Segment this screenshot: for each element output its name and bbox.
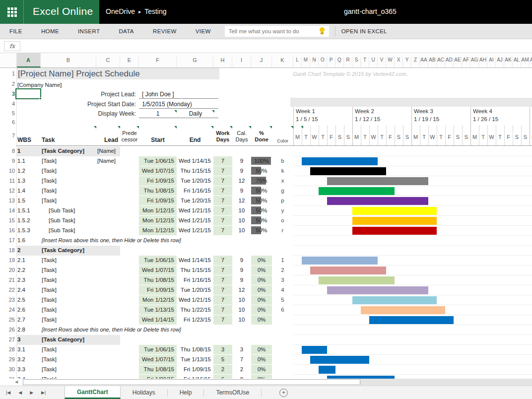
cell-end[interactable]: Fri 1/09/15 — [177, 365, 213, 375]
row-header-23[interactable]: 23 — [0, 297, 15, 304]
cell-task[interactable]: [Task] — [42, 315, 57, 325]
column-header-AK[interactable]: AK — [504, 57, 513, 67]
column-header-AE[interactable]: AE — [454, 57, 462, 67]
row-header-21[interactable]: 21 — [0, 277, 15, 284]
cell-wbs[interactable]: 2.4 — [17, 285, 25, 295]
cell-workdays[interactable]: 7 — [213, 305, 232, 315]
spreadsheet-canvas[interactable]: ABCEFGHIJKLMNOPQRSTUVWXYZAAABACADAEAFAGA… — [0, 53, 532, 379]
cell-task[interactable]: [Task] — [42, 275, 57, 285]
column-header-R[interactable]: R — [344, 57, 352, 67]
cell-start[interactable]: Mon 1/12/15 — [139, 216, 177, 225]
cell-wbs[interactable]: 1.1 — [17, 156, 25, 166]
cell-task[interactable]: [Sub Task] — [49, 216, 75, 226]
cell-task[interactable]: [Insert Rows above this one, then Hide o… — [42, 325, 181, 335]
cell-task[interactable]: [Task] — [42, 375, 57, 379]
cell-pctdone[interactable]: 0% — [251, 285, 272, 295]
cell-start[interactable]: Fri 1/09/15 — [139, 176, 177, 186]
column-header-O[interactable]: O — [319, 57, 327, 67]
column-header-S[interactable]: S — [352, 57, 361, 67]
cell-task[interactable]: [Task Category] — [42, 335, 84, 345]
row-header-30[interactable]: 30 — [0, 366, 15, 373]
cell-workdays[interactable]: 7 — [213, 295, 232, 305]
first-sheet-icon[interactable]: |◀ — [6, 390, 10, 395]
cell-task[interactable]: [Task] — [42, 345, 57, 355]
cell-caldays[interactable]: 2 — [232, 365, 251, 375]
cell-workdays[interactable]: 7 — [213, 226, 232, 235]
cell-color-key[interactable]: b — [272, 156, 293, 166]
cell-end[interactable]: Wed 1/21/15 — [177, 216, 213, 226]
cell-caldays[interactable]: 9 — [232, 266, 251, 275]
app-launcher-icon[interactable] — [7, 7, 17, 17]
cell-start[interactable]: Tue 1/06/15 — [139, 156, 177, 166]
row-header-8[interactable]: 8 — [0, 148, 15, 155]
cell-task[interactable]: [Task] — [42, 166, 57, 176]
cell-pctdone[interactable]: 100% — [251, 156, 272, 166]
cell-task[interactable]: [Task] — [42, 156, 57, 166]
cell-pctdone[interactable]: 50% — [251, 226, 272, 235]
cell-task[interactable]: [Sub Task] — [49, 226, 75, 236]
column-header-K[interactable]: K — [272, 57, 293, 67]
cell-end[interactable]: Wed 1/14/15 — [177, 156, 213, 166]
row-header-29[interactable]: 29 — [0, 356, 15, 363]
column-header-Q[interactable]: Q — [335, 57, 344, 67]
cell-workdays[interactable]: 7 — [213, 156, 232, 166]
cell-start[interactable]: Wed 1/07/15 — [139, 166, 177, 176]
menu-insert[interactable]: INSERT — [68, 28, 109, 34]
column-header-L[interactable]: L — [293, 57, 302, 67]
cell-task[interactable]: [Task] — [42, 186, 57, 196]
column-header-X[interactable]: X — [395, 57, 403, 67]
cell-caldays[interactable]: 10 — [232, 216, 251, 226]
cell-wbs[interactable]: 2.6 — [17, 305, 25, 315]
column-header-I[interactable]: I — [232, 57, 251, 67]
info-value-2[interactable]: 1 — [139, 110, 177, 117]
column-header-AJ[interactable]: AJ — [496, 57, 504, 67]
row-header-17[interactable]: 17 — [0, 237, 15, 244]
cell-wbs[interactable]: 2.8 — [17, 325, 25, 335]
last-sheet-icon[interactable]: ▶| — [41, 390, 46, 395]
cell-pctdone[interactable]: 0% — [251, 315, 272, 325]
cell-wbs[interactable]: 1.5.3 — [17, 226, 30, 236]
column-header-Y[interactable]: Y — [403, 57, 411, 67]
row-header-28[interactable]: 28 — [0, 346, 15, 353]
cell-workdays[interactable]: 7 — [213, 256, 232, 265]
cell-pctdone[interactable]: 0% — [251, 266, 272, 275]
cell-pctdone[interactable]: 0% — [251, 345, 272, 354]
cell-caldays[interactable]: 10 — [232, 315, 251, 325]
row-header-15[interactable]: 15 — [0, 217, 15, 224]
column-header-W[interactable]: W — [386, 57, 395, 67]
row-header-3[interactable]: 3 — [0, 91, 15, 98]
cell-wbs[interactable]: 1.5 — [17, 196, 25, 206]
menu-view[interactable]: VIEW — [186, 28, 220, 34]
cell-workdays[interactable]: 6 — [213, 375, 232, 379]
cell-workdays[interactable]: 7 — [213, 186, 232, 196]
cell-end[interactable]: Thu 1/15/15 — [177, 166, 213, 176]
cell-color-key[interactable]: g — [272, 186, 293, 196]
add-sheet-button[interactable]: + — [279, 389, 288, 397]
cell-task[interactable]: [Task] — [42, 285, 57, 295]
cell-start[interactable]: Thu 1/08/15 — [139, 365, 177, 374]
row-header-1[interactable]: 1 — [0, 70, 15, 77]
sheet-tab-ganttchart[interactable]: GanttChart — [65, 386, 121, 399]
cell-end[interactable]: Wed 1/21/15 — [177, 295, 213, 305]
cell-wbs[interactable]: 3.4 — [17, 375, 25, 379]
cell-workdays[interactable]: 7 — [213, 285, 232, 295]
cell-wbs[interactable]: 1.6 — [17, 236, 25, 246]
row-header-10[interactable]: 10 — [0, 168, 15, 175]
cell-workdays[interactable]: 7 — [213, 196, 232, 205]
column-header-H[interactable]: H — [213, 57, 232, 67]
row-header-6[interactable]: 6 — [0, 119, 15, 126]
sheet-tab-help[interactable]: Help — [168, 386, 204, 399]
cell-task[interactable]: [Task] — [42, 256, 57, 266]
cell-wbs[interactable]: 1.3 — [17, 176, 25, 186]
cell-wbs[interactable]: 3.1 — [17, 345, 25, 355]
row-header-18[interactable]: 18 — [0, 247, 15, 254]
cell-pctdone[interactable]: 0% — [251, 305, 272, 315]
next-sheet-icon[interactable]: ▶ — [30, 390, 33, 395]
cell-workdays[interactable]: 5 — [213, 355, 232, 364]
cell-end[interactable]: Thu 1/08/15 — [177, 345, 213, 355]
cell-pctdone[interactable]: 0% — [251, 375, 272, 379]
column-header-AB[interactable]: AB — [428, 57, 437, 67]
sheet-tab-termsofuse[interactable]: TermsOfUse — [204, 386, 261, 399]
cell-task[interactable]: [Task] — [42, 196, 57, 206]
cell-color-key[interactable]: y — [272, 206, 293, 216]
